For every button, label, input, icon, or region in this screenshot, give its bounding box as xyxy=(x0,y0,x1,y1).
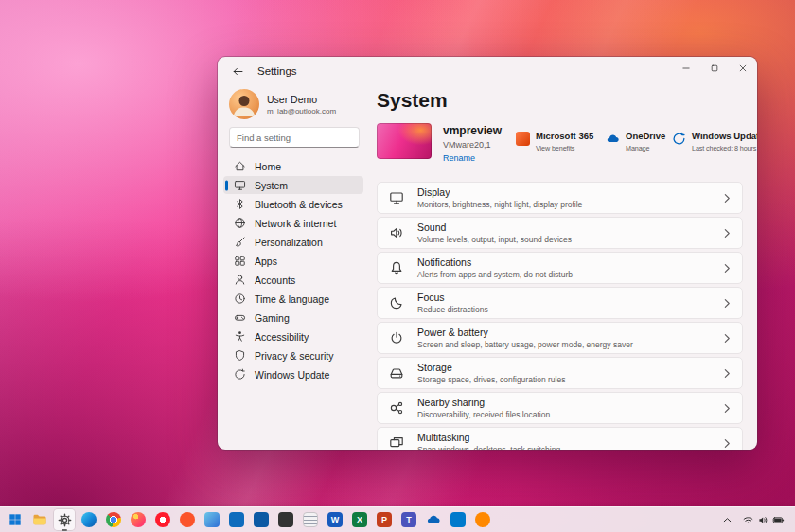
rename-link[interactable]: Rename xyxy=(443,153,502,163)
start-button[interactable] xyxy=(5,509,26,530)
powerpoint-button[interactable]: P xyxy=(374,509,395,530)
firefox-button[interactable] xyxy=(128,509,149,530)
notepad-button[interactable] xyxy=(300,509,321,530)
account-block[interactable]: User Demo m_lab@outlook.com xyxy=(229,89,360,119)
windows-logo-icon xyxy=(9,513,22,526)
avatar xyxy=(229,89,259,119)
brave-button[interactable] xyxy=(177,509,198,530)
taskbar: W X P T xyxy=(0,506,795,532)
tray-overflow-button[interactable] xyxy=(717,509,737,530)
sidebar-item-privacy-security[interactable]: Privacy & security xyxy=(223,346,363,364)
onedrive-icon xyxy=(606,132,620,146)
globe-icon xyxy=(234,217,246,229)
sidebar-nav: Home System Bluetooth & devices Network … xyxy=(218,157,369,383)
device-name: vmpreview xyxy=(443,124,502,137)
teams-button[interactable]: T xyxy=(398,509,419,530)
person-icon xyxy=(234,274,246,286)
sidebar-item-accessibility[interactable]: Accessibility xyxy=(223,328,363,346)
powerpoint-icon: P xyxy=(377,512,392,527)
setting-row-nearby-sharing[interactable]: Nearby sharing Discoverability, received… xyxy=(377,392,743,424)
focus-moon-icon xyxy=(389,295,404,310)
edge-button[interactable] xyxy=(79,509,99,530)
selected-indicator xyxy=(225,180,228,190)
setting-row-notifications[interactable]: Notifications Alerts from apps and syste… xyxy=(377,252,743,284)
power-icon xyxy=(389,330,404,346)
storage-drive-icon xyxy=(389,365,404,381)
paintbrush-icon xyxy=(234,236,246,248)
word-button[interactable]: W xyxy=(325,509,345,530)
minimize-button[interactable] xyxy=(672,57,700,80)
setting-row-storage[interactable]: Storage Storage space, drives, configura… xyxy=(377,357,743,389)
mail-button[interactable] xyxy=(226,509,247,530)
chevron-right-icon xyxy=(724,263,731,274)
sidebar-item-time-language[interactable]: Time & language xyxy=(223,290,363,308)
excel-button[interactable]: X xyxy=(349,509,370,530)
device-header: vmpreview VMware20,1 Rename xyxy=(377,123,502,163)
chevron-right-icon xyxy=(724,333,731,344)
accessibility-icon xyxy=(234,330,246,343)
nearby-sharing-icon xyxy=(389,400,404,416)
maximize-button[interactable] xyxy=(700,57,729,80)
microsoft-365-icon xyxy=(516,132,530,146)
teams-icon: T xyxy=(401,512,416,527)
vs-code-button[interactable] xyxy=(448,509,468,530)
windows-update-status[interactable]: Windows Update Last checked: 8 hours ago xyxy=(672,131,757,152)
search-input[interactable] xyxy=(237,133,362,143)
titlebar: Settings xyxy=(218,57,757,85)
firefox-icon xyxy=(131,512,146,527)
setting-row-power-battery[interactable]: Power & battery Screen and sleep, batter… xyxy=(377,322,743,354)
folder-icon xyxy=(32,512,47,527)
sidebar-item-personalization[interactable]: Personalization xyxy=(223,233,363,251)
setting-row-focus[interactable]: Focus Reduce distractions xyxy=(377,287,743,319)
sidebar-item-network-internet[interactable]: Network & internet xyxy=(223,214,363,232)
system-tray xyxy=(717,509,795,530)
search-box[interactable] xyxy=(229,127,360,148)
chrome-button[interactable] xyxy=(103,509,124,530)
file-explorer-button[interactable] xyxy=(29,509,50,530)
chevron-right-icon xyxy=(724,438,731,449)
shield-icon xyxy=(234,349,246,362)
taskbar-apps: W X P T xyxy=(0,509,493,530)
setting-row-multitasking[interactable]: Multitasking Snap windows, desktops, tas… xyxy=(377,427,743,450)
chevron-right-icon xyxy=(724,298,731,309)
settings-app-button[interactable] xyxy=(54,509,75,530)
back-button[interactable] xyxy=(225,62,250,80)
sidebar-item-apps[interactable]: Apps xyxy=(223,252,363,270)
setting-row-display[interactable]: Display Monitors, brightness, night ligh… xyxy=(377,182,743,214)
apps-grid-icon xyxy=(234,255,246,267)
sidebar-item-home[interactable]: Home xyxy=(223,157,363,175)
notifications-bell-icon xyxy=(389,260,404,275)
close-button[interactable] xyxy=(729,57,757,80)
close-icon xyxy=(738,63,748,73)
sidebar-item-windows-update[interactable]: Windows Update xyxy=(223,365,363,383)
sidebar-item-gaming[interactable]: Gaming xyxy=(223,309,363,327)
gear-icon xyxy=(58,513,72,527)
back-arrow-icon xyxy=(232,65,244,78)
sidebar-item-accounts[interactable]: Accounts xyxy=(223,271,363,289)
opera-button[interactable] xyxy=(152,509,173,530)
terminal-button[interactable] xyxy=(275,509,296,530)
maximize-icon xyxy=(710,63,719,73)
sidebar-item-system[interactable]: System xyxy=(223,176,363,194)
microsoft-store-button[interactable] xyxy=(251,509,272,530)
chrome-icon xyxy=(106,512,121,527)
device-thumbnail xyxy=(377,123,432,159)
microsoft-365-status[interactable]: Microsoft 365 View benefits xyxy=(516,131,593,152)
sidebar-item-bluetooth-devices[interactable]: Bluetooth & devices xyxy=(223,195,363,213)
vlc-icon xyxy=(475,512,490,527)
onedrive-button[interactable] xyxy=(423,509,444,530)
onedrive-status[interactable]: OneDrive Manage xyxy=(606,131,665,152)
setting-row-sound[interactable]: Sound Volume levels, output, input, soun… xyxy=(377,217,743,249)
gamepad-icon xyxy=(234,311,246,324)
clock-icon xyxy=(234,293,246,305)
main-content: System vmpreview VMware20,1 Rename Micro… xyxy=(369,85,757,450)
vlc-button[interactable] xyxy=(472,509,493,530)
settings-list: Display Monitors, brightness, night ligh… xyxy=(377,182,743,450)
photos-button[interactable] xyxy=(202,509,222,530)
microsoft-store-icon xyxy=(254,512,269,527)
edge-icon xyxy=(81,512,97,527)
tray-status-cluster[interactable] xyxy=(738,509,788,530)
sound-icon xyxy=(389,225,404,240)
bluetooth-icon xyxy=(234,198,246,210)
terminal-icon xyxy=(278,512,293,527)
